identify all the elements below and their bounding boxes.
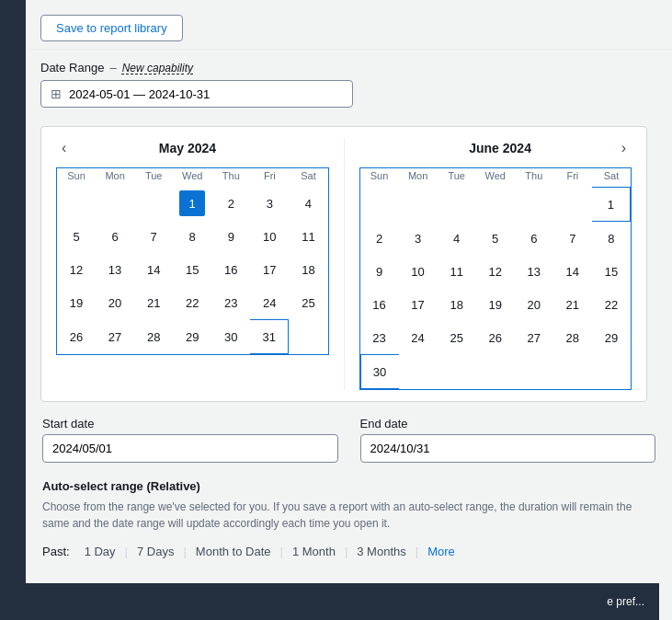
table-row <box>399 354 438 389</box>
table-row[interactable]: 2 <box>360 222 399 255</box>
table-row[interactable]: 14 <box>553 255 592 288</box>
table-row[interactable]: 5 <box>476 222 515 255</box>
table-row[interactable]: 1 <box>173 187 211 220</box>
save-to-report-library-button[interactable]: Save to report library <box>40 15 183 41</box>
col-tue: Tue <box>134 168 173 187</box>
auto-select-section: Auto-select range (Relative) Choose from… <box>26 479 672 560</box>
table-row <box>134 187 173 220</box>
table-row[interactable]: 27 <box>96 319 134 354</box>
may-calendar: ‹ May 2024 Sun Mon Tue Wed Thu Fri Sat <box>49 138 336 390</box>
table-row[interactable]: 24 <box>399 321 438 354</box>
table-row[interactable]: 19 <box>57 286 96 319</box>
date-range-input[interactable]: ⊞ 2024-05-01 — 2024-10-31 <box>40 80 353 108</box>
table-row[interactable]: 29 <box>592 321 631 354</box>
table-row[interactable]: 22 <box>592 288 631 321</box>
table-row[interactable]: 8 <box>592 222 631 255</box>
prev-month-button[interactable]: ‹ <box>56 138 72 158</box>
bottom-bar: e pref... <box>26 583 659 620</box>
col-sat: Sat <box>289 168 327 187</box>
table-row[interactable]: 31 <box>250 319 289 354</box>
table-row[interactable]: 7 <box>553 222 592 255</box>
table-row[interactable]: 18 <box>289 253 327 286</box>
table-row[interactable]: 15 <box>592 255 631 288</box>
range-month-to-date[interactable]: Month to Date <box>188 543 279 560</box>
table-row[interactable]: 22 <box>173 286 211 319</box>
table-row[interactable]: 10 <box>399 255 438 288</box>
june-calendar-title: June 2024 <box>469 141 531 155</box>
table-row[interactable]: 7 <box>134 220 173 253</box>
bottom-bar-text: e pref... <box>607 595 644 608</box>
table-row[interactable]: 1 <box>592 187 631 222</box>
table-row[interactable]: 6 <box>515 222 553 255</box>
next-month-button[interactable]: › <box>616 138 632 158</box>
start-date-input[interactable] <box>42 434 338 463</box>
end-date-group: End date <box>360 417 656 463</box>
table-row[interactable]: 5 <box>57 220 96 253</box>
table-row[interactable]: 26 <box>57 319 96 354</box>
table-row[interactable]: 9 <box>211 220 250 253</box>
table-row[interactable]: 11 <box>289 220 327 253</box>
table-row[interactable]: 25 <box>289 286 327 319</box>
table-row[interactable]: 23 <box>211 286 250 319</box>
table-row[interactable]: 26 <box>476 321 515 354</box>
range-7-days[interactable]: 7 Days <box>130 543 181 560</box>
table-row[interactable]: 15 <box>173 253 211 286</box>
table-row[interactable]: 14 <box>134 253 173 286</box>
range-3-months[interactable]: 3 Months <box>349 543 413 560</box>
table-row[interactable]: 3 <box>399 222 438 255</box>
table-row[interactable]: 27 <box>515 321 553 354</box>
table-row[interactable]: 8 <box>173 220 211 253</box>
table-row <box>438 187 476 222</box>
table-row[interactable]: 16 <box>360 288 399 321</box>
table-row <box>57 187 96 220</box>
table-row[interactable]: 17 <box>250 253 289 286</box>
table-row[interactable]: 11 <box>438 255 476 288</box>
range-more-link[interactable]: More <box>420 543 462 560</box>
col-sat-j: Sat <box>592 168 631 187</box>
table-row[interactable]: 30 <box>360 354 399 389</box>
table-row[interactable]: 4 <box>289 187 327 220</box>
table-row[interactable]: 13 <box>96 253 134 286</box>
table-row[interactable]: 25 <box>438 321 476 354</box>
table-row[interactable]: 24 <box>250 286 289 319</box>
table-row[interactable]: 4 <box>438 222 476 255</box>
table-row[interactable]: 9 <box>360 255 399 288</box>
new-capability-badge: New capability <box>122 62 193 75</box>
range-1-month[interactable]: 1 Month <box>285 543 343 560</box>
table-row[interactable]: 30 <box>211 319 250 354</box>
date-range-value: 2024-05-01 — 2024-10-31 <box>69 87 210 101</box>
table-row[interactable]: 3 <box>250 187 289 220</box>
date-range-label: Date Range – New capability <box>40 61 657 75</box>
start-date-label: Start date <box>42 417 338 431</box>
table-row[interactable]: 20 <box>96 286 134 319</box>
table-row[interactable]: 17 <box>399 288 438 321</box>
end-date-input[interactable] <box>360 434 656 463</box>
table-row[interactable]: 19 <box>476 288 515 321</box>
table-row[interactable]: 21 <box>134 286 173 319</box>
table-row[interactable]: 12 <box>57 253 96 286</box>
end-date-label: End date <box>360 417 656 431</box>
table-row[interactable]: 28 <box>134 319 173 354</box>
table-row <box>399 187 438 222</box>
col-fri: Fri <box>250 168 289 187</box>
table-row <box>360 187 399 222</box>
table-row[interactable]: 2 <box>211 187 250 220</box>
table-row[interactable]: 6 <box>96 220 134 253</box>
auto-select-title: Auto-select range (Relative) <box>42 479 655 493</box>
table-row[interactable]: 18 <box>438 288 476 321</box>
table-row[interactable]: 21 <box>553 288 592 321</box>
table-row[interactable]: 29 <box>173 319 211 354</box>
table-row[interactable]: 16 <box>211 253 250 286</box>
table-row[interactable]: 20 <box>515 288 553 321</box>
table-row[interactable]: 12 <box>476 255 515 288</box>
col-mon: Mon <box>96 168 134 187</box>
table-row[interactable]: 23 <box>360 321 399 354</box>
range-1-day[interactable]: 1 Day <box>77 543 123 560</box>
table-row[interactable]: 10 <box>250 220 289 253</box>
table-row <box>476 187 515 222</box>
table-row[interactable]: 28 <box>553 321 592 354</box>
main-content: Save to report library Date Range – New … <box>26 0 672 620</box>
auto-select-description: Choose from the range we've selected for… <box>42 499 655 532</box>
table-row[interactable]: 13 <box>515 255 553 288</box>
col-mon-j: Mon <box>399 168 438 187</box>
